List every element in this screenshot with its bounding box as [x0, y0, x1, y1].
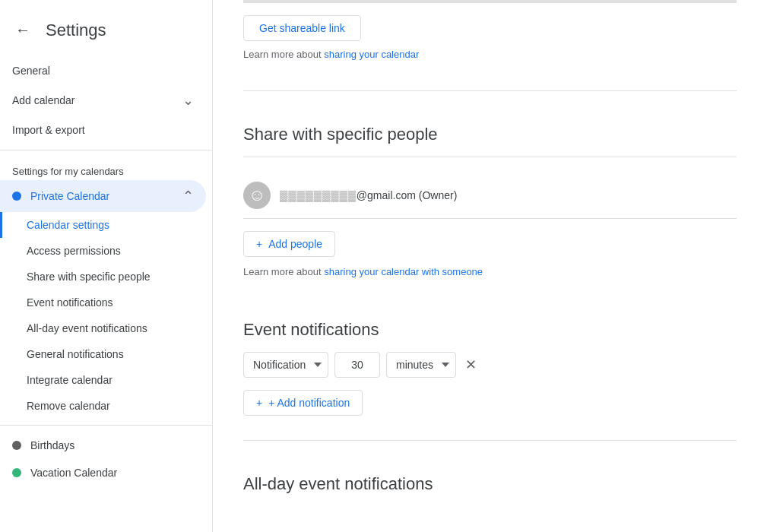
main-content: Get shareable link Learn more about shar…: [213, 0, 767, 532]
chevron-down-icon: ⌄: [182, 92, 194, 109]
sidebar-sub-remove-calendar[interactable]: Remove calendar: [0, 393, 206, 419]
calendar-group-label: Settings for my calendars: [0, 157, 212, 180]
calendar-dot-private: [12, 192, 21, 201]
event-notifications-title: Event notifications: [243, 302, 737, 340]
person-email: ▓▓▓▓▓▓▓▓▓@gmail.com (Owner): [280, 189, 457, 201]
calendar-dot-vacation: [12, 468, 21, 477]
back-button[interactable]: ←: [12, 18, 33, 42]
event-notifications-section: Event notifications Notification Email m…: [243, 302, 737, 416]
get-shareable-link-button[interactable]: Get shareable link: [243, 15, 361, 41]
close-icon: ✕: [465, 356, 477, 373]
share-people-learn-more: Learn more about sharing your calendar w…: [243, 266, 737, 277]
add-people-plus-icon: +: [256, 238, 262, 250]
birthdays-label: Birthdays: [30, 439, 74, 451]
allday-notifications-section: All-day event notifications: [243, 456, 737, 494]
notification-row: Notification Email minutes hours days we…: [243, 352, 737, 378]
sidebar-sub-share-specific-people[interactable]: Share with specific people: [0, 264, 206, 290]
notification-type-select[interactable]: Notification Email: [243, 352, 328, 378]
add-notification-plus-icon: +: [256, 397, 262, 409]
sidebar-item-birthdays[interactable]: Birthdays: [0, 432, 206, 459]
notification-value-input[interactable]: [334, 352, 380, 378]
share-title-divider: [243, 157, 737, 157]
sidebar-item-general[interactable]: General: [0, 57, 206, 84]
sidebar: ← Settings General Add calendar ⌄ Import…: [0, 0, 213, 532]
share-with-people-title: Share with specific people: [243, 106, 737, 144]
person-row: ☺ ▓▓▓▓▓▓▓▓▓@gmail.com (Owner): [243, 173, 737, 219]
sidebar-sub-general-notifications[interactable]: General notifications: [0, 341, 206, 367]
allday-section-divider: [243, 440, 737, 441]
sidebar-sub-integrate-calendar[interactable]: Integrate calendar: [0, 367, 206, 393]
add-people-button[interactable]: + Add people: [243, 231, 335, 257]
share-with-people-section: Share with specific people ☺ ▓▓▓▓▓▓▓▓▓@g…: [243, 106, 737, 277]
settings-title: Settings: [46, 21, 106, 40]
shareable-link-learn-more: Learn more about sharing your calendar: [243, 49, 737, 60]
back-icon: ←: [15, 21, 30, 39]
person-icon: ☺: [249, 185, 265, 205]
sidebar-sub-calendar-settings[interactable]: Calendar settings: [0, 212, 206, 238]
sidebar-header: ← Settings: [0, 12, 212, 57]
notification-unit-select[interactable]: minutes hours days weeks: [386, 352, 456, 378]
sharing-calendar-link[interactable]: sharing your calendar: [324, 49, 419, 60]
sidebar-item-add-calendar[interactable]: Add calendar ⌄: [0, 84, 206, 116]
sidebar-item-import-export[interactable]: Import & export: [0, 116, 206, 144]
chevron-up-icon: ⌃: [182, 188, 194, 204]
shareable-link-section: Get shareable link Learn more about shar…: [243, 3, 737, 66]
avatar: ☺: [243, 182, 271, 209]
sidebar-divider-2: [0, 425, 212, 426]
remove-notification-button[interactable]: ✕: [462, 353, 480, 376]
allday-notifications-title: All-day event notifications: [243, 456, 737, 494]
sidebar-sub-access-permissions[interactable]: Access permissions: [0, 238, 206, 264]
email-blurred: ▓▓▓▓▓▓▓▓▓: [280, 189, 357, 201]
sidebar-sub-event-notifications[interactable]: Event notifications: [0, 290, 206, 315]
share-section-divider: [243, 90, 737, 91]
sidebar-sub-allday-event-notifications[interactable]: All-day event notifications: [0, 315, 206, 341]
sidebar-divider: [0, 150, 212, 150]
vacation-calendar-label: Vacation Calendar: [30, 467, 117, 479]
sidebar-item-private-calendar[interactable]: Private Calendar ⌃: [0, 180, 206, 212]
private-calendar-label: Private Calendar: [30, 190, 109, 202]
sidebar-item-vacation-calendar[interactable]: Vacation Calendar: [0, 459, 206, 486]
add-notification-button[interactable]: + + Add notification: [243, 390, 363, 416]
sharing-with-someone-link[interactable]: sharing your calendar with someone: [324, 266, 483, 277]
calendar-dot-birthdays: [12, 441, 21, 450]
